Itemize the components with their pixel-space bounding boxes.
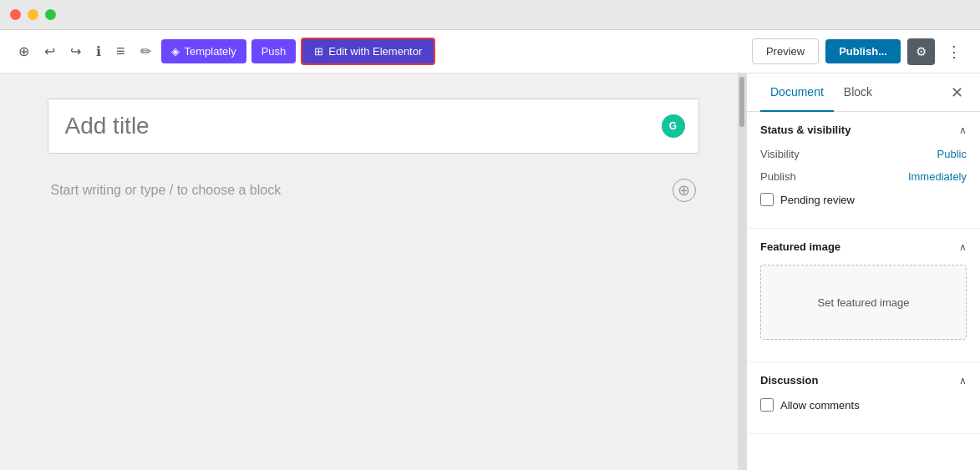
discussion-chevron: ∧ bbox=[959, 375, 967, 387]
publish-label: Publish bbox=[760, 170, 796, 183]
pending-review-checkbox[interactable] bbox=[760, 193, 774, 206]
status-visibility-title: Status & visibility bbox=[760, 124, 851, 136]
templately-icon: ◈ bbox=[171, 45, 180, 58]
preview-button[interactable]: Preview bbox=[752, 38, 819, 64]
templately-label: Templately bbox=[185, 45, 236, 58]
pen-button[interactable]: ✏ bbox=[135, 38, 156, 64]
status-visibility-chevron: ∧ bbox=[959, 124, 967, 136]
main-layout: G Start writing or type / to choose a bl… bbox=[0, 73, 980, 470]
tab-block[interactable]: Block bbox=[834, 73, 882, 112]
templately-button[interactable]: ◈ Templately bbox=[161, 39, 246, 63]
push-button[interactable]: Push bbox=[251, 39, 297, 63]
allow-comments-checkbox[interactable] bbox=[760, 398, 774, 412]
status-visibility-header[interactable]: Status & visibility ∧ bbox=[747, 112, 980, 148]
minimize-traffic-light[interactable] bbox=[28, 9, 38, 20]
info-button[interactable]: ℹ bbox=[91, 38, 106, 64]
sidebar-tabs: Document Block ✕ bbox=[747, 73, 980, 112]
plus-icon: ⊕ bbox=[18, 43, 29, 59]
undo-icon: ↩ bbox=[44, 43, 55, 59]
title-input-area: G bbox=[48, 99, 699, 154]
featured-image-content: Set featured image bbox=[747, 265, 980, 361]
publish-field: Publish Immediately bbox=[760, 170, 967, 183]
plus-circle-icon: ⊕ bbox=[678, 183, 690, 198]
allow-comments-row: Allow comments bbox=[760, 398, 967, 412]
featured-image-section: Featured image ∧ Set featured image bbox=[747, 229, 980, 362]
list-icon: ≡ bbox=[116, 43, 125, 60]
status-visibility-content: Visibility Public Publish Immediately Pe… bbox=[747, 148, 980, 228]
more-icon: ⋮ bbox=[947, 43, 962, 60]
editor-area: G Start writing or type / to choose a bl… bbox=[0, 73, 746, 470]
scroll-thumb bbox=[739, 77, 744, 127]
featured-image-header[interactable]: Featured image ∧ bbox=[747, 229, 980, 265]
publish-value[interactable]: Immediately bbox=[908, 170, 967, 183]
pending-review-label: Pending review bbox=[780, 194, 855, 206]
body-placeholder-text: Start writing or type / to choose a bloc… bbox=[51, 183, 282, 198]
tab-block-label: Block bbox=[844, 85, 872, 99]
visibility-value[interactable]: Public bbox=[937, 148, 967, 160]
visibility-field: Visibility Public bbox=[760, 148, 967, 160]
pen-icon: ✏ bbox=[140, 43, 151, 59]
redo-icon: ↪ bbox=[70, 43, 81, 59]
editor-placeholder-area: Start writing or type / to choose a bloc… bbox=[48, 170, 699, 210]
title-input[interactable] bbox=[65, 113, 682, 139]
status-visibility-section: Status & visibility ∧ Visibility Public … bbox=[747, 112, 980, 229]
maximize-traffic-light[interactable] bbox=[45, 9, 56, 20]
visibility-label: Visibility bbox=[760, 148, 800, 160]
grammarly-icon: G bbox=[662, 114, 685, 138]
toolbar-right: Preview Publish... ⚙ ⋮ bbox=[752, 38, 967, 65]
list-view-button[interactable]: ≡ bbox=[111, 38, 130, 65]
tab-document-label: Document bbox=[770, 85, 824, 99]
set-featured-image-button[interactable]: Set featured image bbox=[760, 265, 967, 340]
featured-image-title: Featured image bbox=[760, 240, 840, 253]
publish-label: Publish... bbox=[839, 45, 887, 58]
set-featured-image-label: Set featured image bbox=[818, 296, 910, 309]
allow-comments-label: Allow comments bbox=[780, 399, 860, 412]
elementor-icon: ⊞ bbox=[314, 45, 323, 58]
sidebar: Document Block ✕ Status & visibility ∧ V… bbox=[746, 73, 980, 470]
toolbar-left: ⊕ ↩ ↪ ℹ ≡ ✏ ◈ Templately Push ⊞ Edit wit… bbox=[13, 38, 745, 65]
undo-button[interactable]: ↩ bbox=[39, 38, 60, 64]
close-traffic-light[interactable] bbox=[10, 9, 21, 20]
discussion-header[interactable]: Discussion ∧ bbox=[747, 362, 980, 398]
toolbar: ⊕ ↩ ↪ ℹ ≡ ✏ ◈ Templately Push ⊞ Edit wit… bbox=[0, 30, 980, 73]
redo-button[interactable]: ↪ bbox=[65, 38, 86, 64]
gear-icon: ⚙ bbox=[916, 44, 927, 59]
discussion-section: Discussion ∧ Allow comments bbox=[747, 362, 980, 434]
title-bar bbox=[0, 0, 980, 30]
discussion-title: Discussion bbox=[760, 374, 818, 387]
preview-label: Preview bbox=[766, 45, 805, 58]
sidebar-close-button[interactable]: ✕ bbox=[947, 80, 967, 105]
discussion-content: Allow comments bbox=[747, 398, 980, 433]
more-options-button[interactable]: ⋮ bbox=[942, 39, 967, 64]
add-block-inline-button[interactable]: ⊕ bbox=[673, 179, 696, 202]
featured-image-chevron: ∧ bbox=[959, 241, 967, 253]
close-icon: ✕ bbox=[951, 84, 963, 101]
info-icon: ℹ bbox=[96, 43, 101, 59]
elementor-label: Edit with Elementor bbox=[328, 45, 422, 58]
edit-with-elementor-button[interactable]: ⊞ Edit with Elementor bbox=[301, 38, 435, 65]
tab-document[interactable]: Document bbox=[760, 73, 834, 112]
publish-button[interactable]: Publish... bbox=[825, 39, 901, 63]
pending-review-row: Pending review bbox=[760, 193, 967, 206]
push-label: Push bbox=[262, 45, 287, 58]
settings-button[interactable]: ⚙ bbox=[907, 38, 935, 65]
editor-content: G Start writing or type / to choose a bl… bbox=[48, 99, 699, 445]
scrollbar[interactable] bbox=[738, 73, 746, 470]
add-block-toolbar-button[interactable]: ⊕ bbox=[13, 38, 34, 64]
